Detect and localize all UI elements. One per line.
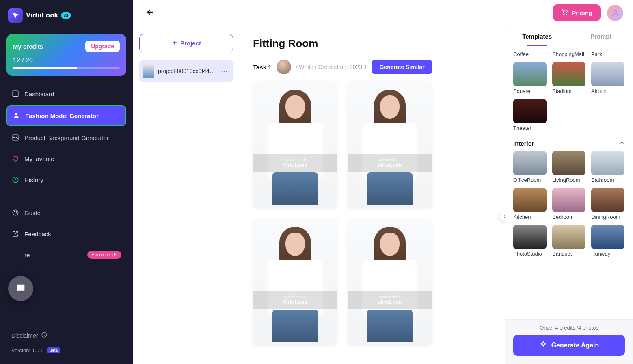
nav-fashion-model[interactable]: Fashion Model Generator — [6, 105, 126, 126]
svg-point-4 — [13, 210, 18, 215]
template-item-theater[interactable]: Theater — [513, 99, 547, 134]
nav-product-bg[interactable]: Product Background Generator — [6, 128, 126, 147]
nav-label: History — [24, 177, 43, 183]
nav-label: Feedback — [24, 230, 51, 237]
generate-again-label: Generate Again — [551, 342, 599, 349]
svg-point-7 — [566, 14, 567, 15]
watermark: WondershareVirtuLook — [348, 154, 432, 172]
watermark: WondershareVirtuLook — [253, 291, 337, 309]
logo-icon — [8, 8, 23, 23]
template-thumb — [513, 151, 547, 175]
template-item-office[interactable]: OfficeRoom — [513, 151, 547, 186]
svg-point-6 — [564, 14, 564, 15]
cost-text: Once: 4 credits /4 photos — [513, 325, 625, 331]
task-label: Task 1 — [253, 64, 272, 71]
center-panel: Fitting Room Task 1 / White / Created on… — [240, 26, 505, 364]
sparkle-icon — [539, 340, 547, 350]
template-thumb — [591, 188, 624, 212]
template-item-stadium[interactable]: Stadium — [552, 62, 585, 97]
task-meta: / White / Created on: 2023-1 — [296, 64, 367, 70]
nav-history[interactable]: History — [6, 170, 126, 190]
template-scroll[interactable]: Coffee ShoppingMall Park Square Stadium … — [505, 46, 633, 319]
result-card[interactable]: WondershareVirtuLook — [253, 82, 337, 208]
project-name: project-80010cc0f44f4dfc — [158, 68, 215, 74]
external-icon — [11, 230, 19, 238]
result-card[interactable]: WondershareVirtuLook — [253, 219, 337, 345]
nav-favorite[interactable]: My favorite — [6, 149, 126, 168]
credits-label: My credits — [13, 43, 43, 50]
topbar: Pricing — [133, 0, 633, 26]
template-thumb — [513, 188, 547, 212]
upgrade-button[interactable]: Upgrade — [85, 41, 120, 52]
person-icon — [12, 112, 20, 120]
svg-rect-0 — [13, 91, 18, 97]
project-item[interactable]: project-80010cc0f44f4dfc ⋯ — [139, 60, 233, 82]
nav-share[interactable]: re Earn credits — [6, 245, 126, 265]
nav-label: My favorite — [24, 155, 54, 162]
template-item-mall[interactable]: ShoppingMall — [552, 50, 585, 60]
content: Project project-80010cc0f44f4dfc ⋯ Fitti… — [133, 26, 633, 364]
chat-button[interactable] — [8, 276, 33, 301]
task-row: Task 1 / White / Created on: 2023-1 Gene… — [253, 60, 492, 74]
credits-current: 12 — [13, 57, 20, 64]
nav-label: Fashion Model Generator — [25, 112, 99, 119]
nav-dashboard[interactable]: Dashboard — [6, 84, 126, 103]
nav-separator — [6, 197, 126, 197]
section-label: Interior — [513, 140, 534, 147]
nav-label: Guide — [24, 209, 41, 216]
credits-value: 12 / 20 — [13, 57, 120, 64]
page-title: Fitting Room — [253, 37, 492, 50]
tab-templates[interactable]: Templates — [505, 26, 569, 46]
template-item-airport[interactable]: Airport — [591, 62, 624, 97]
template-item-square[interactable]: Square — [513, 62, 547, 97]
disclaimer-link[interactable]: Disclaimer — [6, 327, 126, 343]
generate-similar-button[interactable]: Generate Similar — [372, 60, 432, 74]
template-item-photo[interactable]: PhotoStudio — [513, 225, 547, 260]
template-thumb — [591, 151, 624, 175]
template-item-runway[interactable]: Runway — [591, 225, 624, 260]
template-item-dining[interactable]: DiningRoom — [591, 188, 624, 223]
back-button[interactable] — [143, 4, 158, 22]
chevron-up-icon — [619, 140, 625, 147]
project-thumbnail — [143, 64, 154, 78]
template-item-living[interactable]: LivingRoom — [552, 151, 585, 186]
template-item-bath[interactable]: Bathroom — [591, 151, 624, 186]
watermark: WondershareVirtuLook — [348, 291, 432, 309]
main: Pricing Project project-80010cc0f44f4dfc… — [133, 0, 633, 364]
nav-label: Product Background Generator — [24, 134, 109, 141]
template-thumb — [513, 225, 547, 249]
cart-icon — [561, 9, 568, 17]
clock-icon — [11, 176, 19, 184]
template-item-kitchen[interactable]: Kitchen — [513, 188, 547, 223]
template-item-park[interactable]: Park — [591, 50, 624, 60]
image-icon — [11, 134, 19, 142]
template-item-banquet[interactable]: Banquet — [552, 225, 585, 260]
tabs: Templates Prompt — [505, 26, 633, 46]
next-arrow-button[interactable] — [499, 211, 505, 222]
template-item-bedroom[interactable]: Bedroom — [552, 188, 585, 223]
template-thumb — [552, 225, 585, 249]
nav-guide[interactable]: Guide — [6, 203, 126, 222]
section-interior[interactable]: Interior — [513, 140, 625, 147]
result-card[interactable]: WondershareVirtuLook — [348, 219, 432, 345]
project-more-icon[interactable]: ⋯ — [219, 67, 229, 75]
template-thumb — [513, 62, 547, 86]
add-project-label: Project — [180, 40, 201, 47]
add-project-button[interactable]: Project — [139, 34, 233, 52]
watermark: WondershareVirtuLook — [253, 154, 337, 172]
generate-footer: Once: 4 credits /4 photos Generate Again — [505, 319, 633, 364]
template-thumb — [552, 151, 585, 175]
template-thumb — [591, 225, 624, 249]
credits-card: My credits Upgrade 12 / 20 — [6, 34, 126, 76]
template-item-coffee[interactable]: Coffee — [513, 50, 547, 60]
ai-badge: AI — [61, 12, 71, 19]
credits-progress — [13, 67, 120, 69]
user-avatar[interactable] — [607, 5, 623, 21]
pricing-button[interactable]: Pricing — [553, 4, 601, 21]
svg-point-1 — [15, 113, 17, 115]
pricing-label: Pricing — [572, 9, 592, 16]
result-card[interactable]: WondershareVirtuLook — [348, 82, 432, 208]
nav-feedback[interactable]: Feedback — [6, 224, 126, 243]
generate-again-button[interactable]: Generate Again — [513, 335, 625, 356]
tab-prompt[interactable]: Prompt — [569, 26, 633, 46]
